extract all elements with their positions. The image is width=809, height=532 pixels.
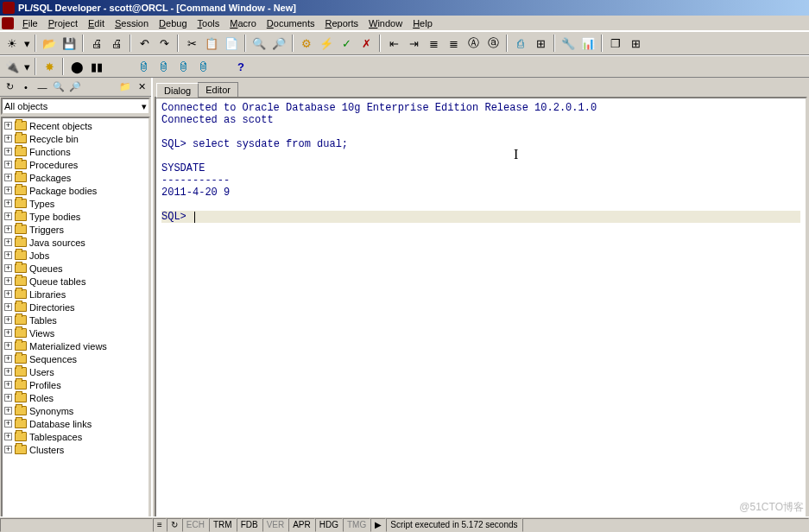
db1-button[interactable]: 🛢 bbox=[134, 57, 153, 76]
expand-icon[interactable]: + bbox=[4, 420, 12, 428]
tree-item[interactable]: +Procedures bbox=[3, 158, 149, 171]
tree-item[interactable]: +Jobs bbox=[3, 249, 149, 262]
expand-icon[interactable]: + bbox=[4, 225, 12, 233]
tile-button[interactable]: ⊞ bbox=[626, 34, 645, 53]
print-button[interactable]: 🖨 bbox=[87, 34, 106, 53]
tool2-button[interactable]: 📊 bbox=[578, 34, 597, 53]
expand-icon[interactable]: + bbox=[4, 251, 12, 259]
commit-button[interactable]: ✓ bbox=[337, 34, 356, 53]
tree-item[interactable]: +Queue tables bbox=[3, 275, 149, 288]
tree-item[interactable]: +Materialized views bbox=[3, 339, 149, 352]
help-button[interactable]: ? bbox=[231, 57, 250, 76]
session-dropdown[interactable]: ▾ bbox=[22, 57, 31, 76]
menu-help[interactable]: Help bbox=[408, 17, 438, 29]
close-panel-icon[interactable]: ✕ bbox=[134, 79, 149, 95]
cut-button[interactable]: ✂ bbox=[182, 34, 201, 53]
status-cell-apr[interactable]: APR bbox=[288, 518, 315, 532]
open-button[interactable]: 📂 bbox=[40, 34, 59, 53]
find-button[interactable]: 🔍 bbox=[250, 34, 269, 53]
expand-icon[interactable]: + bbox=[4, 212, 12, 220]
pause-button[interactable]: ▮▮ bbox=[87, 57, 106, 76]
uncomment-button[interactable]: ≣ bbox=[444, 34, 463, 53]
session-button[interactable]: 🔌 bbox=[3, 57, 22, 76]
gear-button[interactable]: ✸ bbox=[40, 57, 59, 76]
tool1-button[interactable]: 🔧 bbox=[559, 34, 578, 53]
tree-item[interactable]: +Users bbox=[3, 365, 149, 378]
indent-left-button[interactable]: ⇤ bbox=[384, 34, 403, 53]
object-tree[interactable]: +Recent objects+Recycle bin+Functions+Pr… bbox=[1, 117, 150, 524]
status-cell-fdb[interactable]: FDB bbox=[237, 518, 262, 532]
filter-icon[interactable]: • bbox=[18, 79, 34, 95]
menu-reports[interactable]: Reports bbox=[319, 17, 363, 29]
tree-item[interactable]: +Java sources bbox=[3, 236, 149, 249]
menu-session[interactable]: Session bbox=[110, 17, 154, 29]
expand-icon[interactable]: + bbox=[4, 433, 12, 440]
comment-button[interactable]: ≣ bbox=[424, 34, 443, 53]
expand-icon[interactable]: + bbox=[4, 174, 12, 181]
lowercase-button[interactable]: ⓐ bbox=[484, 34, 502, 53]
expand-icon[interactable]: + bbox=[4, 407, 12, 415]
rollback-button[interactable]: ✗ bbox=[357, 34, 376, 53]
find-next-button[interactable]: 🔎 bbox=[269, 34, 288, 53]
system-menu-icon[interactable] bbox=[2, 17, 14, 29]
menu-project[interactable]: Project bbox=[43, 17, 83, 29]
expand-icon[interactable]: + bbox=[4, 187, 12, 194]
tree-item[interactable]: +Profiles bbox=[3, 378, 149, 391]
tab-dialog[interactable]: Dialog bbox=[156, 83, 199, 98]
expand-icon[interactable]: + bbox=[4, 303, 12, 311]
db2-button[interactable]: 🛢 bbox=[154, 57, 173, 76]
undo-button[interactable]: ↶ bbox=[135, 34, 154, 53]
menu-macro[interactable]: Macro bbox=[224, 17, 262, 29]
tree-item[interactable]: +Views bbox=[3, 326, 149, 339]
expand-icon[interactable]: + bbox=[4, 200, 12, 207]
menu-debug[interactable]: Debug bbox=[154, 17, 192, 29]
tree-item[interactable]: +Type bodies bbox=[3, 210, 149, 223]
expand-icon[interactable]: + bbox=[4, 290, 12, 298]
tree-item[interactable]: +Database links bbox=[3, 417, 149, 430]
tree-item[interactable]: +Triggers bbox=[3, 223, 149, 236]
tree-item[interactable]: +Recycle bin bbox=[3, 132, 149, 145]
query-builder-button[interactable]: ⊞ bbox=[531, 34, 550, 53]
refresh-icon[interactable]: ↻ bbox=[2, 79, 17, 95]
indent-right-button[interactable]: ⇥ bbox=[404, 34, 423, 53]
tree-item[interactable]: +Directories bbox=[3, 301, 149, 314]
paste-button[interactable]: 📄 bbox=[222, 34, 241, 53]
object-filter-combo[interactable]: All objects ▾ bbox=[1, 98, 150, 115]
expand-icon[interactable]: + bbox=[4, 122, 12, 130]
menu-edit[interactable]: Edit bbox=[83, 17, 110, 29]
tree-item[interactable]: +Functions bbox=[3, 145, 149, 158]
tree-item[interactable]: +Sequences bbox=[3, 352, 149, 365]
break-button[interactable]: ⚡ bbox=[317, 34, 336, 53]
tree-item[interactable]: +Packages bbox=[3, 171, 149, 184]
menu-window[interactable]: Window bbox=[363, 17, 408, 29]
expand-icon[interactable]: + bbox=[4, 161, 12, 168]
sql-console[interactable]: Connected to Oracle Database 10g Enterpr… bbox=[155, 97, 807, 523]
save-button[interactable]: 💾 bbox=[60, 34, 79, 53]
new-button[interactable]: ☀ bbox=[3, 34, 22, 53]
expand-icon[interactable]: + bbox=[4, 277, 12, 285]
db4-button[interactable]: 🛢 bbox=[193, 57, 212, 76]
new-dropdown[interactable]: ▾ bbox=[22, 34, 31, 53]
tree-item[interactable]: +Synonyms bbox=[3, 404, 149, 417]
status-cell-≡[interactable]: ≡ bbox=[153, 518, 167, 532]
expand-icon[interactable]: + bbox=[4, 316, 12, 324]
explain-button[interactable]: ⎙ bbox=[511, 34, 530, 53]
find-object-icon[interactable]: 🔍 bbox=[51, 79, 66, 95]
tree-item[interactable]: +Libraries bbox=[3, 288, 149, 301]
tree-item[interactable]: +Roles bbox=[3, 391, 149, 404]
find-next-icon[interactable]: 🔎 bbox=[67, 79, 83, 95]
folder-icon[interactable]: 📁 bbox=[117, 79, 133, 95]
tree-item[interactable]: +Tables bbox=[3, 314, 149, 326]
status-cell-↻[interactable]: ↻ bbox=[167, 518, 182, 532]
active-prompt[interactable]: SQL> bbox=[161, 211, 800, 223]
uppercase-button[interactable]: Ⓐ bbox=[464, 34, 483, 53]
tree-item[interactable]: +Recent objects bbox=[3, 119, 149, 132]
status-cell-hdg[interactable]: HDG bbox=[315, 518, 343, 532]
nav-icon[interactable]: — bbox=[35, 79, 50, 95]
status-cell-trm[interactable]: TRM bbox=[209, 518, 237, 532]
expand-icon[interactable]: + bbox=[4, 329, 12, 337]
redo-button[interactable]: ↷ bbox=[155, 34, 174, 53]
menu-tools[interactable]: Tools bbox=[193, 17, 225, 29]
expand-icon[interactable]: + bbox=[4, 148, 12, 155]
expand-icon[interactable]: + bbox=[4, 342, 12, 350]
